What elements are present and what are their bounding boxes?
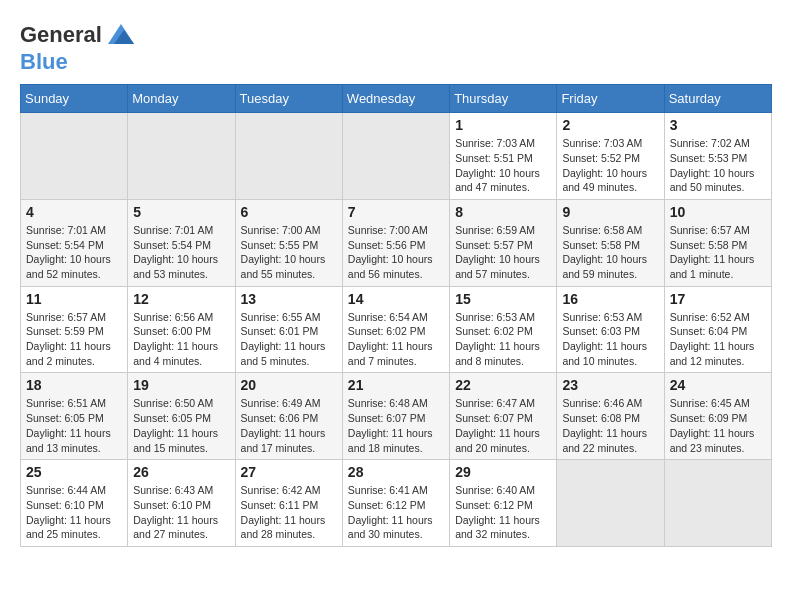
day-info: Sunrise: 6:48 AM Sunset: 6:07 PM Dayligh… [348,396,444,455]
calendar-cell: 12Sunrise: 6:56 AM Sunset: 6:00 PM Dayli… [128,286,235,373]
calendar-cell: 19Sunrise: 6:50 AM Sunset: 6:05 PM Dayli… [128,373,235,460]
day-number: 10 [670,204,766,220]
day-info: Sunrise: 6:42 AM Sunset: 6:11 PM Dayligh… [241,483,337,542]
day-info: Sunrise: 6:40 AM Sunset: 6:12 PM Dayligh… [455,483,551,542]
day-header-thursday: Thursday [450,85,557,113]
calendar-cell: 11Sunrise: 6:57 AM Sunset: 5:59 PM Dayli… [21,286,128,373]
day-number: 29 [455,464,551,480]
day-number: 15 [455,291,551,307]
calendar-cell: 1Sunrise: 7:03 AM Sunset: 5:51 PM Daylig… [450,113,557,200]
day-number: 14 [348,291,444,307]
calendar-cell [557,460,664,547]
day-number: 18 [26,377,122,393]
day-number: 5 [133,204,229,220]
day-number: 6 [241,204,337,220]
day-info: Sunrise: 7:02 AM Sunset: 5:53 PM Dayligh… [670,136,766,195]
calendar-cell: 6Sunrise: 7:00 AM Sunset: 5:55 PM Daylig… [235,199,342,286]
day-info: Sunrise: 7:00 AM Sunset: 5:55 PM Dayligh… [241,223,337,282]
calendar-cell [664,460,771,547]
day-info: Sunrise: 7:01 AM Sunset: 5:54 PM Dayligh… [133,223,229,282]
day-info: Sunrise: 6:41 AM Sunset: 6:12 PM Dayligh… [348,483,444,542]
day-info: Sunrise: 7:00 AM Sunset: 5:56 PM Dayligh… [348,223,444,282]
logo-blue-text: Blue [20,50,68,74]
calendar-cell: 23Sunrise: 6:46 AM Sunset: 6:08 PM Dayli… [557,373,664,460]
logo-icon [106,20,136,50]
calendar-cell: 29Sunrise: 6:40 AM Sunset: 6:12 PM Dayli… [450,460,557,547]
day-number: 17 [670,291,766,307]
day-info: Sunrise: 6:53 AM Sunset: 6:02 PM Dayligh… [455,310,551,369]
day-number: 19 [133,377,229,393]
day-number: 20 [241,377,337,393]
day-header-monday: Monday [128,85,235,113]
calendar-cell: 5Sunrise: 7:01 AM Sunset: 5:54 PM Daylig… [128,199,235,286]
calendar-cell: 3Sunrise: 7:02 AM Sunset: 5:53 PM Daylig… [664,113,771,200]
day-header-friday: Friday [557,85,664,113]
calendar-cell: 13Sunrise: 6:55 AM Sunset: 6:01 PM Dayli… [235,286,342,373]
day-info: Sunrise: 6:59 AM Sunset: 5:57 PM Dayligh… [455,223,551,282]
day-info: Sunrise: 6:55 AM Sunset: 6:01 PM Dayligh… [241,310,337,369]
day-number: 26 [133,464,229,480]
day-info: Sunrise: 6:57 AM Sunset: 5:59 PM Dayligh… [26,310,122,369]
day-info: Sunrise: 6:56 AM Sunset: 6:00 PM Dayligh… [133,310,229,369]
calendar-cell [21,113,128,200]
day-header-sunday: Sunday [21,85,128,113]
calendar-cell [342,113,449,200]
calendar-cell: 22Sunrise: 6:47 AM Sunset: 6:07 PM Dayli… [450,373,557,460]
logo-text: General [20,23,102,47]
day-number: 22 [455,377,551,393]
calendar-cell: 27Sunrise: 6:42 AM Sunset: 6:11 PM Dayli… [235,460,342,547]
calendar-cell: 17Sunrise: 6:52 AM Sunset: 6:04 PM Dayli… [664,286,771,373]
day-info: Sunrise: 6:54 AM Sunset: 6:02 PM Dayligh… [348,310,444,369]
day-info: Sunrise: 6:51 AM Sunset: 6:05 PM Dayligh… [26,396,122,455]
day-header-tuesday: Tuesday [235,85,342,113]
calendar-cell: 8Sunrise: 6:59 AM Sunset: 5:57 PM Daylig… [450,199,557,286]
day-info: Sunrise: 7:01 AM Sunset: 5:54 PM Dayligh… [26,223,122,282]
day-info: Sunrise: 6:46 AM Sunset: 6:08 PM Dayligh… [562,396,658,455]
logo: General Blue [20,20,136,74]
day-info: Sunrise: 6:44 AM Sunset: 6:10 PM Dayligh… [26,483,122,542]
calendar-cell: 15Sunrise: 6:53 AM Sunset: 6:02 PM Dayli… [450,286,557,373]
calendar-cell: 21Sunrise: 6:48 AM Sunset: 6:07 PM Dayli… [342,373,449,460]
day-number: 12 [133,291,229,307]
week-row-4: 25Sunrise: 6:44 AM Sunset: 6:10 PM Dayli… [21,460,772,547]
day-info: Sunrise: 6:45 AM Sunset: 6:09 PM Dayligh… [670,396,766,455]
calendar-cell: 4Sunrise: 7:01 AM Sunset: 5:54 PM Daylig… [21,199,128,286]
calendar-cell: 9Sunrise: 6:58 AM Sunset: 5:58 PM Daylig… [557,199,664,286]
calendar-cell: 16Sunrise: 6:53 AM Sunset: 6:03 PM Dayli… [557,286,664,373]
day-number: 3 [670,117,766,133]
header: General Blue [20,20,772,74]
week-row-2: 11Sunrise: 6:57 AM Sunset: 5:59 PM Dayli… [21,286,772,373]
day-info: Sunrise: 6:52 AM Sunset: 6:04 PM Dayligh… [670,310,766,369]
day-header-wednesday: Wednesday [342,85,449,113]
days-header-row: SundayMondayTuesdayWednesdayThursdayFrid… [21,85,772,113]
day-number: 7 [348,204,444,220]
calendar-cell: 28Sunrise: 6:41 AM Sunset: 6:12 PM Dayli… [342,460,449,547]
day-info: Sunrise: 6:47 AM Sunset: 6:07 PM Dayligh… [455,396,551,455]
day-header-saturday: Saturday [664,85,771,113]
day-number: 16 [562,291,658,307]
calendar-table: SundayMondayTuesdayWednesdayThursdayFrid… [20,84,772,547]
day-number: 11 [26,291,122,307]
calendar-cell: 2Sunrise: 7:03 AM Sunset: 5:52 PM Daylig… [557,113,664,200]
calendar-cell: 7Sunrise: 7:00 AM Sunset: 5:56 PM Daylig… [342,199,449,286]
week-row-1: 4Sunrise: 7:01 AM Sunset: 5:54 PM Daylig… [21,199,772,286]
day-number: 21 [348,377,444,393]
week-row-0: 1Sunrise: 7:03 AM Sunset: 5:51 PM Daylig… [21,113,772,200]
day-number: 25 [26,464,122,480]
day-number: 27 [241,464,337,480]
day-info: Sunrise: 6:43 AM Sunset: 6:10 PM Dayligh… [133,483,229,542]
day-info: Sunrise: 6:49 AM Sunset: 6:06 PM Dayligh… [241,396,337,455]
calendar-cell: 20Sunrise: 6:49 AM Sunset: 6:06 PM Dayli… [235,373,342,460]
day-info: Sunrise: 6:57 AM Sunset: 5:58 PM Dayligh… [670,223,766,282]
calendar-cell: 14Sunrise: 6:54 AM Sunset: 6:02 PM Dayli… [342,286,449,373]
calendar-cell: 10Sunrise: 6:57 AM Sunset: 5:58 PM Dayli… [664,199,771,286]
calendar-cell: 18Sunrise: 6:51 AM Sunset: 6:05 PM Dayli… [21,373,128,460]
calendar-cell: 25Sunrise: 6:44 AM Sunset: 6:10 PM Dayli… [21,460,128,547]
calendar-cell [128,113,235,200]
day-number: 28 [348,464,444,480]
week-row-3: 18Sunrise: 6:51 AM Sunset: 6:05 PM Dayli… [21,373,772,460]
calendar-cell: 24Sunrise: 6:45 AM Sunset: 6:09 PM Dayli… [664,373,771,460]
day-number: 23 [562,377,658,393]
day-info: Sunrise: 7:03 AM Sunset: 5:52 PM Dayligh… [562,136,658,195]
day-number: 8 [455,204,551,220]
